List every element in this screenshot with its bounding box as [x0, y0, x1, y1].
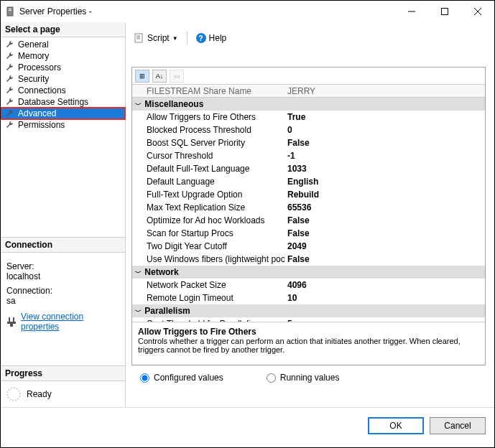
right-panel: Script ▼ ? Help ⊞ A↓ ▭ FILESTREAM Share … [126, 22, 494, 407]
grid-cell-name: Blocked Process Threshold [132, 125, 284, 135]
dialog-footer: OK Cancel [1, 407, 494, 443]
grid-cell-value: 5 [284, 319, 485, 322]
alphabetical-view-button[interactable]: A↓ [152, 70, 167, 83]
toolbar: Script ▼ ? Help [131, 28, 486, 48]
page-item-general[interactable]: General [1, 39, 125, 50]
script-icon [134, 33, 144, 43]
grid-cell-name: Max Text Replication Size [132, 202, 284, 213]
connection-label: Connection: [6, 286, 119, 296]
grid-row[interactable]: Cost Threshold for Parallelism5 [132, 317, 485, 322]
page-item-database-settings[interactable]: Database Settings [1, 96, 125, 108]
wrench-icon [5, 51, 15, 61]
grid-cell-value: Rebuild [284, 190, 485, 200]
wrench-icon [5, 74, 15, 84]
page-item-label: Permissions [18, 120, 65, 130]
grid-row[interactable]: Allow Triggers to Fire OthersTrue [132, 111, 485, 123]
grid-cell-value: 0 [284, 125, 485, 135]
chevron-down-icon: ﹀ [135, 269, 142, 278]
maximize-button[interactable] [428, 1, 461, 22]
grid-group-header[interactable]: ﹀ Network [132, 266, 485, 279]
progress-status: Ready [27, 389, 52, 399]
script-button[interactable]: Script ▼ [131, 32, 181, 45]
connection-value: sa [6, 296, 119, 306]
connection-props-icon [6, 317, 17, 327]
page-item-permissions[interactable]: Permissions [1, 119, 125, 131]
grid-row[interactable]: Full-Text Upgrade OptionRebuild [132, 188, 485, 201]
grid-row[interactable]: Default LanguageEnglish [132, 175, 485, 188]
grid-cell-value: JERRY [284, 86, 485, 96]
svg-rect-9 [7, 322, 16, 324]
grid-row[interactable]: Cursor Threshold-1 [132, 149, 485, 162]
grid-cell-value: False [284, 138, 485, 148]
ok-button[interactable]: OK [368, 417, 424, 434]
svg-rect-10 [10, 324, 13, 327]
wrench-icon [5, 62, 15, 73]
progress-spinner-icon [6, 387, 21, 401]
grid-row[interactable]: Scan for Startup ProcsFalse [132, 227, 485, 240]
grid-cell-name: Use Windows fibers (lightweight pooling) [132, 254, 284, 264]
svg-rect-0 [7, 7, 13, 16]
grid-cell-value: True [284, 112, 485, 122]
grid-cell-name: Cursor Threshold [132, 151, 284, 161]
grid-row[interactable]: Two Digit Year Cutoff2049 [132, 240, 485, 253]
grid-cell-value: English [284, 177, 485, 187]
property-pages-button[interactable]: ▭ [170, 70, 184, 83]
grid-group-header[interactable]: ﹀ Miscellaneous [132, 98, 485, 111]
grid-cell-name: Default Language [132, 177, 284, 187]
view-connection-properties-link[interactable]: View connection properties [21, 312, 119, 332]
grid-row[interactable]: Optimize for Ad hoc WorkloadsFalse [132, 214, 485, 227]
description-title: Allow Triggers to Fire Others [138, 327, 479, 337]
grid-toolbar: ⊞ A↓ ▭ [132, 67, 485, 85]
grid-cell-name: Cost Threshold for Parallelism [132, 319, 284, 322]
wrench-icon [5, 85, 15, 95]
grid-cell-value: False [284, 215, 485, 225]
page-item-memory[interactable]: Memory [1, 50, 125, 62]
close-button[interactable] [461, 1, 494, 22]
page-item-advanced[interactable]: Advanced [1, 108, 125, 119]
grid-row[interactable]: FILESTREAM Share NameJERRY [132, 85, 485, 98]
svg-rect-4 [442, 9, 448, 15]
grid-cell-value: 4096 [284, 280, 485, 290]
minimize-button[interactable] [395, 1, 428, 22]
help-button[interactable]: ? Help [193, 32, 230, 45]
value-mode-radios: Configured values Running values [131, 365, 486, 390]
svg-rect-7 [9, 317, 10, 322]
grid-cell-name: Two Digit Year Cutoff [132, 241, 284, 251]
page-item-security[interactable]: Security [1, 73, 125, 85]
description-body: Controls whether a trigger can perform a… [138, 337, 479, 354]
svg-rect-1 [9, 9, 11, 9]
grid-row[interactable]: Blocked Process Threshold0 [132, 123, 485, 136]
progress-header: Progress [1, 365, 125, 381]
server-label: Server: [6, 261, 119, 271]
chevron-down-icon: ﹀ [135, 307, 142, 317]
grid-cell-value: 65536 [284, 202, 485, 213]
grid-row[interactable]: Network Packet Size4096 [132, 279, 485, 291]
connection-header: Connection [1, 237, 125, 253]
running-values-radio[interactable]: Running values [267, 373, 340, 383]
grid-row[interactable]: Boost SQL Server PriorityFalse [132, 136, 485, 149]
page-item-processors[interactable]: Processors [1, 62, 125, 73]
grid-cell-value: -1 [284, 151, 485, 161]
help-icon: ? [196, 33, 206, 43]
grid-body[interactable]: FILESTREAM Share NameJERRY﹀ Miscellaneou… [132, 85, 485, 322]
property-grid: ⊞ A↓ ▭ FILESTREAM Share NameJERRY﹀ Misce… [131, 67, 486, 365]
grid-row[interactable]: Default Full-Text Language1033 [132, 162, 485, 175]
svg-rect-11 [135, 34, 142, 42]
window-title: Server Properties - [19, 6, 395, 17]
page-item-connections[interactable]: Connections [1, 85, 125, 96]
grid-row[interactable]: Remote Login Timeout10 [132, 291, 485, 304]
grid-cell-name: Default Full-Text Language [132, 164, 284, 174]
grid-cell-value: False [284, 228, 485, 238]
svg-rect-2 [9, 10, 11, 11]
configured-values-radio[interactable]: Configured values [140, 373, 223, 383]
title-bar: Server Properties - [1, 1, 494, 22]
grid-cell-name: Remote Login Timeout [132, 293, 284, 303]
categorized-view-button[interactable]: ⊞ [135, 70, 149, 83]
grid-row[interactable]: Max Text Replication Size65536 [132, 201, 485, 214]
grid-row[interactable]: Use Windows fibers (lightweight pooling)… [132, 253, 485, 266]
grid-cell-name: Allow Triggers to Fire Others [132, 112, 284, 122]
grid-group-header[interactable]: ﹀ Parallelism [132, 304, 485, 317]
chevron-down-icon: ﹀ [135, 101, 142, 110]
page-item-label: Memory [18, 51, 49, 61]
cancel-button[interactable]: Cancel [430, 417, 486, 434]
